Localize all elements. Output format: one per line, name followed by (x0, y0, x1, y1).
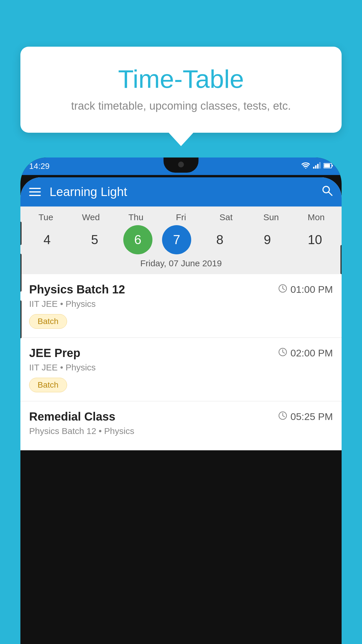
day-7-selected[interactable]: 7 (162, 225, 191, 254)
wifi-icon (301, 162, 310, 170)
calendar-strip: Tue Wed Thu Fri Sat Sun Mon 4 5 6 7 8 9 … (20, 206, 342, 274)
speech-bubble: Time-Table track timetable, upcoming cla… (20, 47, 342, 133)
notch (164, 158, 198, 173)
day-header-sun: Sun (252, 212, 290, 222)
svg-line-12 (283, 288, 284, 290)
day-header-sat: Sat (207, 212, 245, 222)
day-4[interactable]: 4 (28, 225, 66, 254)
day-header-mon: Mon (297, 212, 335, 222)
battery-icon (324, 162, 333, 170)
schedule-subtitle-3: Physics Batch 12 • Physics (29, 426, 333, 436)
svg-line-15 (283, 352, 284, 353)
volume-down-button (20, 254, 22, 292)
svg-rect-4 (319, 162, 321, 169)
front-camera (178, 162, 184, 167)
batch-tag-2: Batch (29, 378, 67, 392)
bubble-title: Time-Table (35, 64, 327, 94)
schedule-subtitle-2: IIT JEE • Physics (29, 363, 333, 372)
status-time: 14:29 (29, 162, 50, 171)
search-button[interactable] (321, 185, 333, 199)
day-5[interactable]: 5 (76, 225, 114, 254)
selected-date-label: Friday, 07 June 2019 (20, 254, 342, 271)
svg-point-0 (305, 168, 306, 169)
day-header-fri: Fri (162, 212, 200, 222)
day-8[interactable]: 8 (201, 225, 239, 254)
schedule-subtitle-1: IIT JEE • Physics (29, 299, 333, 309)
schedule-container: Physics Batch 12 01:00 PM IIT JEE • Phys… (20, 274, 342, 450)
day-9[interactable]: 9 (248, 225, 286, 254)
app-title: Learning Light (50, 185, 312, 199)
schedule-item-3[interactable]: Remedial Class 05:25 PM Physics Batch 12… (20, 401, 342, 450)
menu-button[interactable] (29, 188, 41, 196)
silent-button (20, 300, 22, 338)
svg-rect-2 (315, 165, 317, 169)
day-header-thu: Thu (117, 212, 155, 222)
schedule-title-2: JEE Prep (29, 346, 80, 360)
schedule-item-3-header: Remedial Class 05:25 PM (29, 410, 333, 423)
schedule-time-2: 02:00 PM (278, 347, 333, 359)
power-button (340, 245, 342, 274)
phone-screen: Learning Light Tue Wed Thu Fri Sat Sun M… (20, 177, 342, 450)
schedule-title-3: Remedial Class (29, 410, 115, 423)
day-10[interactable]: 10 (296, 225, 334, 254)
svg-rect-3 (317, 164, 319, 169)
day-numbers: 4 5 6 7 8 9 10 (20, 222, 342, 254)
phone-frame: 14:29 (20, 158, 342, 644)
status-icons (301, 162, 333, 170)
day-headers: Tue Wed Thu Fri Sat Sun Mon (20, 212, 342, 222)
schedule-item-2-header: JEE Prep 02:00 PM (29, 346, 333, 360)
schedule-time-1: 01:00 PM (278, 284, 333, 295)
bubble-subtitle: track timetable, upcoming classes, tests… (35, 100, 327, 112)
svg-line-18 (283, 416, 284, 417)
clock-icon-2 (278, 347, 287, 359)
schedule-item-1-header: Physics Batch 12 01:00 PM (29, 283, 333, 296)
clock-icon-3 (278, 411, 287, 423)
svg-line-9 (328, 192, 332, 195)
status-bar: 14:29 (20, 158, 342, 175)
day-header-wed: Wed (72, 212, 110, 222)
svg-rect-7 (324, 164, 330, 167)
svg-rect-1 (313, 167, 314, 169)
day-6-today[interactable]: 6 (123, 225, 152, 254)
schedule-item-1[interactable]: Physics Batch 12 01:00 PM IIT JEE • Phys… (20, 274, 342, 338)
schedule-title-1: Physics Batch 12 (29, 283, 125, 296)
schedule-time-3: 05:25 PM (278, 411, 333, 423)
app-bar: Learning Light (20, 177, 342, 206)
svg-rect-6 (332, 165, 333, 167)
clock-icon-1 (278, 284, 287, 295)
schedule-item-2[interactable]: JEE Prep 02:00 PM IIT JEE • Physics (20, 338, 342, 401)
signal-icon (313, 162, 321, 170)
volume-up-button (20, 222, 22, 245)
batch-tag-1: Batch (29, 314, 67, 329)
day-header-tue: Tue (27, 212, 65, 222)
